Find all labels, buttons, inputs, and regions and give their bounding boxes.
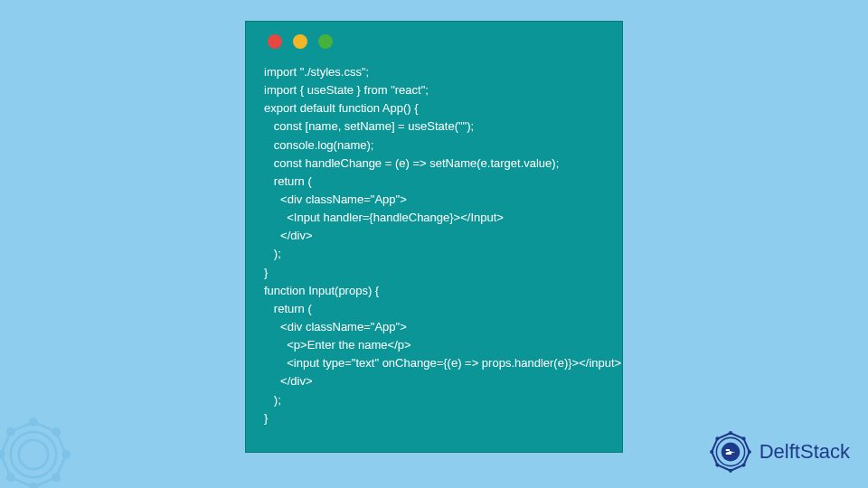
svg-point-18 <box>30 483 36 488</box>
svg-point-21 <box>7 428 14 435</box>
svg-point-14 <box>30 418 36 425</box>
code-line: <input type="text" onChange={(e) => prop… <box>264 354 604 372</box>
code-line: } <box>264 409 604 427</box>
code-line: ); <box>264 391 604 409</box>
svg-point-7 <box>729 469 732 473</box>
code-line: return ( <box>264 300 604 318</box>
code-line: const [name, setName] = useState(""); <box>264 117 604 136</box>
brand-name: DelftStack <box>760 440 850 464</box>
svg-point-3 <box>729 431 732 435</box>
code-line: console.log(name); <box>264 136 604 155</box>
delftstack-watermark-icon <box>0 414 74 488</box>
code-line: <div className="App"> <box>264 191 604 209</box>
delftstack-emblem-icon <box>707 428 754 475</box>
svg-point-12 <box>11 432 56 477</box>
window-buttons <box>268 34 604 49</box>
maximize-icon <box>318 34 333 49</box>
code-line: export default function App() { <box>264 99 604 117</box>
svg-point-20 <box>0 451 5 457</box>
code-line: } <box>264 264 604 282</box>
svg-point-15 <box>53 428 60 435</box>
svg-point-5 <box>747 450 750 454</box>
code-line: import { useState } from "react"; <box>264 81 604 99</box>
close-icon <box>268 34 282 49</box>
code-line: <p>Enter the name</p> <box>264 336 604 354</box>
code-line: function Input(props) { <box>264 282 604 300</box>
code-line: const handleChange = (e) => setName(e.ta… <box>264 155 604 173</box>
svg-point-9 <box>710 450 713 454</box>
svg-point-13 <box>19 440 48 469</box>
code-line: return ( <box>264 173 604 191</box>
svg-point-17 <box>53 474 60 481</box>
code-line: <Input handler={handleChange}></Input> <box>264 209 604 227</box>
svg-point-4 <box>741 436 745 440</box>
svg-point-16 <box>62 451 69 457</box>
code-line: <div className="App"> <box>264 318 604 336</box>
svg-point-10 <box>715 436 719 440</box>
brand-logo: DelftStack <box>707 428 850 475</box>
code-line: </div> <box>264 372 604 390</box>
svg-point-19 <box>7 474 14 481</box>
code-content: import "./styles.css"; import { useState… <box>264 63 604 427</box>
minimize-icon <box>293 34 307 49</box>
code-line: </div> <box>264 227 604 245</box>
code-block: import "./styles.css"; import { useState… <box>245 21 623 453</box>
code-line: import "./styles.css"; <box>264 63 604 81</box>
code-line: ); <box>264 245 604 263</box>
svg-point-6 <box>741 463 745 466</box>
svg-point-8 <box>715 463 719 466</box>
